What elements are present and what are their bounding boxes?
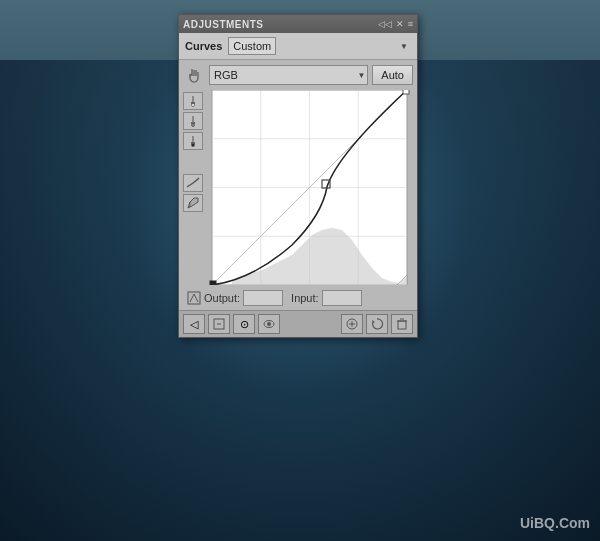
watermark: UiBQ.Com xyxy=(520,515,590,531)
collapse-icon[interactable]: ◁◁ xyxy=(378,19,392,29)
output-input-row: Output: Input: xyxy=(183,288,413,308)
adjustments-panel: ADJUSTMENTS ◁◁ ✕ ≡ Curves Custom xyxy=(178,14,418,338)
panel-title: ADJUSTMENTS xyxy=(183,19,264,30)
panel-header: Curves Custom xyxy=(179,33,417,60)
footer-eye-btn[interactable] xyxy=(258,314,280,334)
input-label: Input: xyxy=(291,292,319,304)
svg-point-5 xyxy=(192,124,195,127)
input-value[interactable] xyxy=(322,290,362,306)
svg-rect-6 xyxy=(192,136,194,142)
output-group: Output: xyxy=(187,290,283,306)
output-label: Output: xyxy=(204,292,240,304)
svg-rect-18 xyxy=(210,281,216,285)
footer-new-btn[interactable] xyxy=(208,314,230,334)
eyedropper-white-icon[interactable] xyxy=(183,92,203,110)
eyedropper-black-icon[interactable] xyxy=(183,132,203,150)
footer-back-btn[interactable]: ◁ xyxy=(183,314,205,334)
menu-icon[interactable]: ≡ xyxy=(408,19,413,29)
panel-footer: ◁ ⊙ xyxy=(179,310,417,337)
footer-right xyxy=(341,314,413,334)
close-icon[interactable]: ✕ xyxy=(396,19,404,29)
channel-row: RGB Auto xyxy=(183,64,413,86)
svg-point-25 xyxy=(267,322,271,326)
hand-tool-icon[interactable] xyxy=(183,64,205,86)
pencil-tool-icon[interactable] xyxy=(183,194,203,212)
svg-rect-19 xyxy=(403,90,409,94)
panel-body: RGB Auto xyxy=(179,60,417,310)
footer-reset-btn[interactable] xyxy=(366,314,388,334)
footer-add-btn[interactable] xyxy=(341,314,363,334)
auto-button[interactable]: Auto xyxy=(372,65,413,85)
channel-select[interactable]: RGB xyxy=(209,65,368,85)
preset-select[interactable]: Custom xyxy=(228,37,276,55)
output-value[interactable] xyxy=(243,290,283,306)
footer-circle-btn[interactable]: ⊙ xyxy=(233,314,255,334)
footer-delete-btn[interactable] xyxy=(391,314,413,334)
channel-select-wrapper: RGB xyxy=(209,65,368,85)
curve-display-icon[interactable] xyxy=(183,174,203,192)
svg-rect-3 xyxy=(192,116,194,122)
svg-point-8 xyxy=(192,144,195,147)
input-group: Input: xyxy=(291,290,362,306)
curve-container xyxy=(206,90,413,285)
panel-titlebar: ADJUSTMENTS ◁◁ ✕ ≡ xyxy=(179,15,417,33)
curves-label: Curves xyxy=(185,40,222,52)
eyedropper-gray-icon[interactable] xyxy=(183,112,203,130)
output-icon xyxy=(187,291,201,305)
curve-section xyxy=(183,90,413,285)
left-tools xyxy=(183,90,203,285)
svg-point-2 xyxy=(192,104,195,107)
curve-graph[interactable] xyxy=(206,90,413,285)
svg-rect-30 xyxy=(398,321,406,329)
svg-rect-0 xyxy=(192,96,194,102)
preset-dropdown-wrapper: Custom xyxy=(228,37,411,55)
panel-title-icons: ◁◁ ✕ ≡ xyxy=(378,19,413,29)
